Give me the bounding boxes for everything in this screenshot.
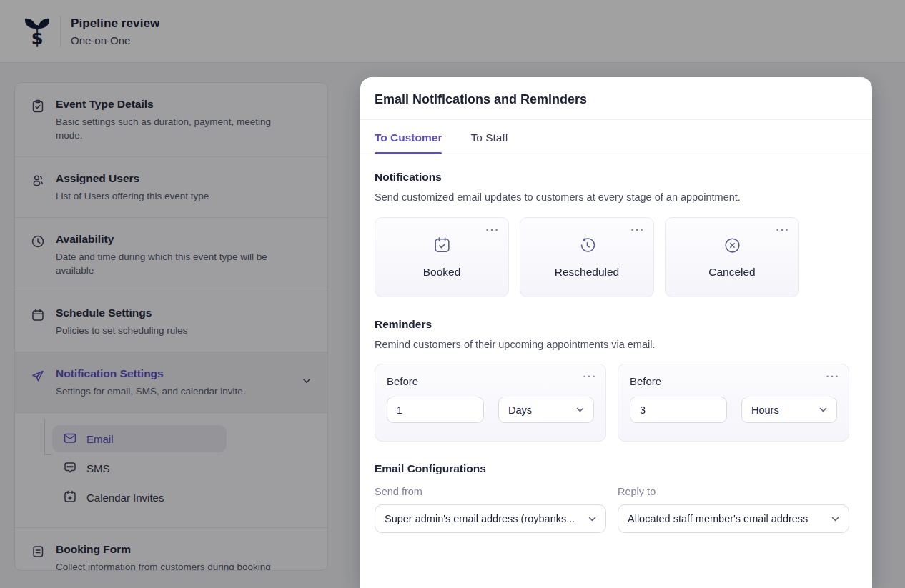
more-options-icon[interactable]: ··· — [826, 369, 841, 384]
reminder-card: ··· Before Hours — [618, 364, 849, 442]
history-clock-icon — [578, 236, 597, 258]
select-value: Super admin's email address (roybanks... — [385, 513, 575, 524]
notification-card-label: Canceled — [708, 266, 756, 279]
reminders-heading: Reminders — [375, 318, 858, 331]
send-from-select[interactable]: Super admin's email address (roybanks... — [375, 504, 606, 533]
reminder-value-input[interactable] — [630, 397, 727, 423]
more-options-icon[interactable]: ··· — [486, 222, 500, 237]
before-label: Before — [630, 375, 837, 387]
select-value: Allocated staff member's email address — [628, 513, 808, 524]
modal-body: Notifications Send customized email upda… — [360, 154, 872, 533]
notification-card-canceled[interactable]: ··· Canceled — [665, 217, 799, 297]
notification-card-booked[interactable]: ··· Booked — [375, 217, 509, 297]
notification-card-label: Booked — [423, 266, 461, 279]
active-tab-underline — [375, 152, 442, 154]
reminder-unit-select[interactable]: Hours — [741, 397, 837, 423]
calendar-check-icon — [432, 236, 452, 258]
tab-label: To Customer — [375, 131, 442, 144]
tab-to-customer[interactable]: To Customer — [375, 120, 442, 154]
before-label: Before — [387, 375, 594, 387]
modal-tabs: To Customer To Staff — [360, 120, 872, 154]
reply-to-label: Reply to — [618, 486, 849, 497]
more-options-icon[interactable]: ··· — [631, 222, 646, 237]
tab-label: To Staff — [470, 131, 508, 144]
reminder-card: ··· Before Days — [375, 364, 606, 442]
reminders-description: Remind customers of their upcoming appoi… — [375, 339, 858, 350]
circle-x-icon — [723, 236, 742, 258]
more-options-icon[interactable]: ··· — [776, 222, 791, 237]
email-configurations-heading: Email Configurations — [375, 462, 858, 475]
modal-title: Email Notifications and Reminders — [375, 92, 858, 107]
email-configurations-section: Email Configurations Send from Super adm… — [375, 462, 858, 533]
notifications-description: Send customized email updates to custome… — [375, 191, 858, 203]
reminders-section: Reminders Remind customers of their upco… — [375, 318, 858, 442]
more-options-icon[interactable]: ··· — [583, 369, 598, 384]
reminder-unit-select[interactable]: Days — [498, 397, 594, 423]
select-value: Days — [508, 404, 532, 416]
notifications-section: Notifications Send customized email upda… — [375, 171, 858, 297]
email-notifications-modal: Email Notifications and Reminders To Cus… — [360, 77, 872, 588]
reply-to-select[interactable]: Allocated staff member's email address — [618, 504, 849, 533]
reminder-value-input[interactable] — [387, 397, 484, 423]
notification-card-label: Rescheduled — [555, 266, 619, 279]
select-value: Hours — [751, 404, 779, 416]
modal-header: Email Notifications and Reminders — [360, 77, 872, 120]
tab-to-staff[interactable]: To Staff — [470, 120, 508, 154]
notification-card-rescheduled[interactable]: ··· Rescheduled — [520, 217, 654, 297]
notifications-heading: Notifications — [375, 171, 858, 184]
send-from-label: Send from — [375, 486, 606, 497]
